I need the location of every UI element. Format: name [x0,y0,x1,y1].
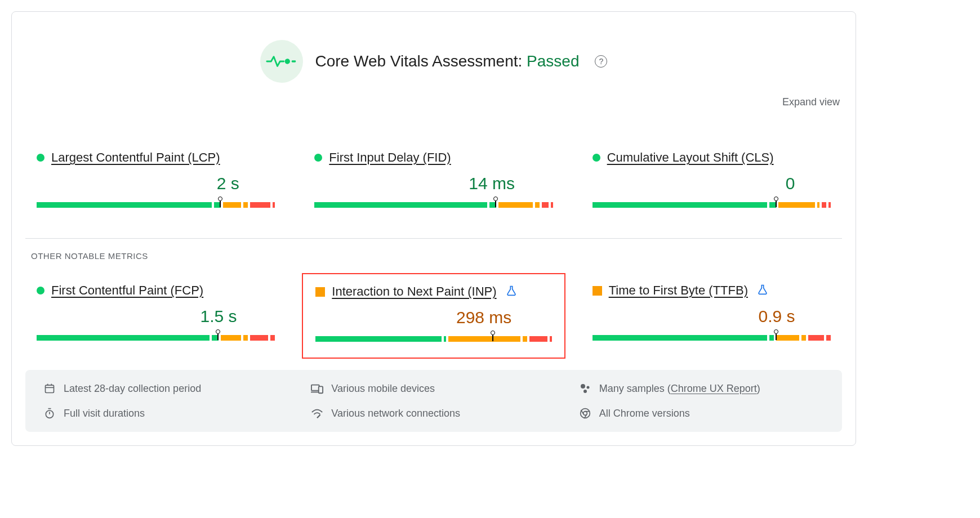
metric-name-cls[interactable]: Cumulative Layout Shift (CLS) [607,150,774,165]
svg-rect-6 [311,385,319,391]
distribution-bar-fcp [37,329,275,342]
metric-value-fid: 14 ms [314,174,553,193]
metric-name-ttfb[interactable]: Time to First Byte (TTFB) [609,283,748,298]
distribution-bar-lcp [37,197,275,209]
other-metrics-row: First Contentful Paint (FCP)1.5 sInterac… [25,283,842,349]
footer-samples: Many samples (Chrome UX Report) [579,382,824,395]
status-average-icon [593,286,602,296]
metric-fid: First Input Delay (FID)14 ms [314,150,553,209]
metric-fcp: First Contentful Paint (FCP)1.5 s [37,283,275,349]
core-metrics-row: Largest Contentful Paint (LCP)2 sFirst I… [25,150,842,209]
other-metrics-label: OTHER NOTABLE METRICS [31,251,842,261]
percentile-marker [773,197,779,208]
network-icon [311,407,323,419]
assessment-header: Core Web Vitals Assessment: Passed ? [25,40,842,83]
svg-line-15 [317,415,320,418]
distribution-bar-cls [593,197,831,209]
footer-text: Latest 28-day collection period [64,383,201,395]
footer-text: All Chrome versions [599,408,690,419]
metric-name-lcp[interactable]: Largest Contentful Paint (LCP) [51,150,220,165]
crux-report-link[interactable]: Chrome UX Report [671,383,757,394]
highlight-box: Interaction to Next Paint (INP)298 ms [302,273,565,359]
svg-rect-8 [319,386,323,393]
svg-point-9 [581,384,585,388]
footer-collection-period: Latest 28-day collection period [43,382,288,395]
metric-inp: Interaction to Next Paint (INP)298 ms [314,283,553,349]
experimental-flask-icon[interactable] [504,285,517,298]
footer-text: Full visit durations [64,408,145,419]
percentile-marker [217,197,223,208]
percentile-marker [215,329,221,341]
data-source-footer: Latest 28-day collection period Various … [25,370,842,432]
metric-value-cls: 0 [593,174,831,193]
distribution-bar-ttfb [593,329,831,342]
metric-value-ttfb: 0.9 s [593,307,831,326]
samples-icon [579,382,591,395]
footer-text: Various mobile devices [331,383,435,395]
metric-ttfb: Time to First Byte (TTFB)0.9 s [593,283,831,349]
svg-point-0 [284,59,289,64]
percentile-marker [773,329,779,341]
metric-value-lcp: 2 s [37,174,275,193]
footer-chrome: All Chrome versions [579,407,824,419]
percentile-marker [493,197,498,208]
expand-view-link[interactable]: Expand view [782,96,840,108]
footer-network: Various network connections [311,407,556,419]
metric-value-inp: 298 ms [315,308,551,327]
footer-text: Many samples (Chrome UX Report) [599,383,760,395]
assessment-title-prefix: Core Web Vitals Assessment: [315,52,527,70]
status-average-icon [315,287,325,297]
status-good-icon [37,287,44,294]
section-divider [25,238,842,239]
percentile-marker [490,331,496,342]
footer-devices: Various mobile devices [311,382,556,395]
assessment-status: Passed [527,52,579,70]
svg-rect-2 [46,385,54,392]
assessment-title: Core Web Vitals Assessment: Passed [315,52,580,70]
experimental-flask-icon[interactable] [755,284,768,297]
devices-icon [311,382,323,395]
vitals-icon [260,40,303,83]
distribution-bar-fid [314,197,553,209]
svg-rect-1 [291,60,295,62]
status-good-icon [314,154,322,162]
status-good-icon [37,154,44,162]
footer-durations: Full visit durations [43,407,288,419]
status-good-icon [593,154,600,162]
core-web-vitals-card: Core Web Vitals Assessment: Passed ? Exp… [11,11,856,446]
chrome-icon [579,407,591,419]
metric-name-inp[interactable]: Interaction to Next Paint (INP) [332,284,496,299]
help-icon[interactable]: ? [595,55,607,68]
metric-cls: Cumulative Layout Shift (CLS)0 [593,150,831,209]
footer-text: Various network connections [331,408,460,419]
metric-value-fcp: 1.5 s [37,307,275,326]
distribution-bar-inp [315,331,551,343]
metric-lcp: Largest Contentful Paint (LCP)2 s [37,150,275,209]
metric-name-fid[interactable]: First Input Delay (FID) [329,150,451,165]
metric-name-fcp[interactable]: First Contentful Paint (FCP) [51,283,203,298]
svg-point-10 [586,386,589,389]
stopwatch-icon [43,407,56,419]
calendar-icon [43,382,56,395]
svg-point-11 [583,390,587,393]
